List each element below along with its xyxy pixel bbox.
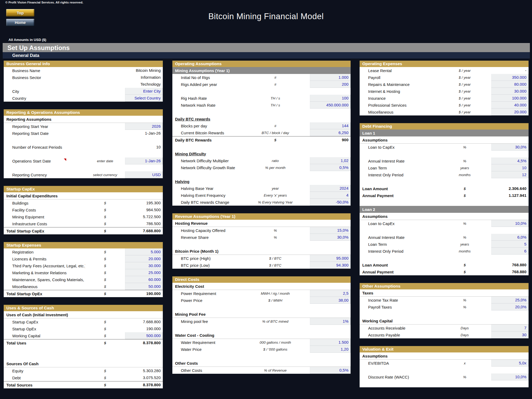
input-cell-professional-services[interactable]: 40.000 [491,102,529,109]
subheading-label: Other Costs [172,361,351,365]
row-label: Total Startup OpEx [4,292,85,296]
input-cell-blocks-per-day[interactable]: 144 [310,122,351,129]
subheading-initial-capital-expenditures: Initial Capital Expenditures [4,192,163,200]
table-row-rigs-added-per-year: Rigs Added per year#200 [172,81,351,88]
input-cell-annual-interest-rate[interactable]: 4,5% [491,157,529,164]
section-header-revenue-assumptions-year-1: Revenue Assumptions (Year 1) [172,213,351,220]
band-header-label: Loan 2 [362,207,375,212]
table-row-working-capital: Working Capital$500.000 [4,332,163,339]
table-row-marketing-investor-relations: Marketing & Investor Relations$25.000 [4,269,163,276]
input-cell-daily-btc-rewards-change[interactable]: -50,0% [310,199,351,206]
row-unit: % of Revenue [241,368,310,372]
section-other-assumptions: Other AssumptionsTaxesIncome Tax Rate%25… [360,283,529,338]
input-cell-current-bitcoin-rewards[interactable]: 6,250 [310,129,351,136]
input-cell-country[interactable]: Select Country [125,95,163,102]
input-cell-network-difficulty-growth-rate[interactable]: 0,5% [310,164,351,171]
input-cell-loan-term[interactable]: 5 [491,241,529,248]
row-label: Infrastructure Costs [4,222,85,226]
input-cell-network-difficulty-multiplier[interactable]: 1,02 [310,157,351,164]
row-unit: $ / year [438,110,491,114]
row-unit: $ [438,263,491,267]
input-cell-reporting-currency[interactable]: USD [125,171,163,178]
input-cell-revenue-share[interactable]: 30,0% [310,234,351,241]
table-row-network-hash-rate: Network Hash RateTH / s450.000.000 [172,102,351,109]
input-cell-interest-only-period[interactable]: 12 [491,171,529,178]
row-label: BTC price (Low) [172,263,241,268]
input-cell-accounts-payable[interactable]: 30 [491,331,529,338]
input-cell-maintenance-spares-cooling-materials-etc[interactable]: 60.000 [125,276,163,283]
input-cell-ev-ebitda[interactable]: 5,0x [491,360,529,367]
input-cell-network-hash-rate[interactable]: 450.000.000 [310,102,351,109]
row-label: Network Difficulty Multiplier [172,159,241,163]
input-cell-water-requirement[interactable]: 1.500 [310,339,351,346]
row-unit: % [241,228,310,232]
row-label: Power Requirement [172,291,241,296]
subheading-assumptions: Assumptions [360,352,529,360]
input-cell-other-costs[interactable]: 0,5% [310,367,351,374]
input-cell-payroll-taxes[interactable]: 20,0% [491,304,529,310]
row-unit: $ [85,292,125,296]
input-cell-halving-event-frequency[interactable]: 4 [310,192,351,199]
table-row-halving-event-frequency: Halving Event FrequencyEvery 'x' years4 [172,192,351,199]
value-annual-payment: 1.127.941 [491,192,529,199]
subheading-assumptions: Assumptions [360,213,529,220]
input-cell-halving-base-year[interactable]: 2024 [310,185,351,192]
input-cell-loan-to-capex[interactable]: 30,0% [491,144,529,151]
input-cell-third-party-fees-accountant-legal-etc[interactable]: 30.000 [125,262,163,269]
subheading-label: Water Cost - Cooling [172,333,351,338]
input-cell-registration[interactable]: 5.000 [125,248,163,255]
input-cell-hosting-capacity-offered[interactable]: 15,0% [310,227,351,234]
input-cell-loan-to-capex[interactable]: 10,0% [491,220,529,227]
input-cell-internet-hosting[interactable]: 30.000 [491,88,529,95]
row-label: Network Difficulty Growth Rate [172,165,241,170]
input-cell-marketing-investor-relations[interactable]: 25.000 [125,269,163,276]
input-cell-working-capital[interactable]: 500.000 [125,332,163,339]
table-row-power-requirement: Power RequirementMWH / rig / month2,5 [172,290,351,297]
band-header-loan-1: Loan 1 [360,130,529,136]
row-label: Startup CapEx [4,320,85,324]
table-row-annual-interest-rate: Annual Interest Rate%6,0% [360,234,529,241]
row-unit: Every 'x' years [241,193,310,197]
input-cell-payroll[interactable]: 350.000 [491,74,529,81]
input-cell-power-requirement[interactable]: 2,5 [310,290,351,297]
input-cell-mining-pool-fee[interactable]: 1% [310,318,351,325]
input-cell-reporting-start-year[interactable]: 2026 [125,123,163,130]
input-cell-miscellaneous[interactable]: 50.000 [125,283,163,290]
subheading-label: Mining Difficulty [172,152,351,156]
input-cell-annual-interest-rate[interactable]: 6,0% [491,234,529,241]
input-cell-water-price[interactable]: 1,20 [310,346,351,353]
input-cell-licences-permits[interactable]: 20.000 [125,255,163,262]
input-cell-loan-term[interactable]: 10 [491,164,529,171]
table-row-income-tax-rate: Income Tax Rate%25,0% [360,297,529,304]
input-cell-accounts-receivable[interactable]: 7 [491,325,529,331]
row-unit: $ [85,285,125,289]
row-label: Repairs & Maintenance [360,82,438,87]
input-cell-rigs-added-per-year[interactable]: 200 [310,81,351,88]
row-unit: $ / BTC [241,256,310,260]
input-cell-repairs-maintenance[interactable]: 80.000 [491,81,529,88]
input-cell-city[interactable]: Enter City [125,88,163,95]
input-cell-btc-price-low[interactable]: 94.300 [310,262,351,269]
input-cell-operations-start-date[interactable]: 1-Jan-26 [125,157,163,164]
table-row-maintenance-spares-cooling-materials-etc: Maintenance, Spares, Cooling Materials, … [4,276,163,283]
input-cell-initial-no-of-rigs[interactable]: 1.000 [310,74,351,81]
subheading-label: Sources Of Cash [4,361,163,366]
row-label: Working Capital [4,334,85,338]
table-row-miscellaneous: Miscellaneous$50.000 [4,283,163,290]
spacer-row [172,325,351,332]
input-cell-insurance[interactable]: 100.000 [491,95,529,102]
table-row-network-difficulty-growth-rate: Network Difficulty Growth Rate% per mont… [172,164,351,171]
input-cell-miscellaneous[interactable]: 20.000 [491,109,529,115]
section-header-startup-expenses: Startup Expenses [4,242,163,248]
input-cell-rig-hash-rate[interactable]: 100 [310,95,351,102]
table-row-discount-rate-wacc: Discount Rate (WACC)%10,0% [360,373,529,380]
row-unit: $ [85,264,125,268]
input-cell-btc-price-high[interactable]: 95.000 [310,255,351,262]
input-cell-interest-only-period[interactable]: 6 [491,248,529,255]
panel-general-data: Business General InfoBusiness NameBitcoi… [4,61,163,396]
input-cell-income-tax-rate[interactable]: 25,0% [491,297,529,304]
input-cell-discount-rate-wacc[interactable]: 10,0% [491,373,529,380]
spacer-row [172,304,351,311]
input-cell-power-price[interactable]: 38,00 [310,297,351,304]
section-header-label: Uses & Sources of Cash [6,306,54,310]
